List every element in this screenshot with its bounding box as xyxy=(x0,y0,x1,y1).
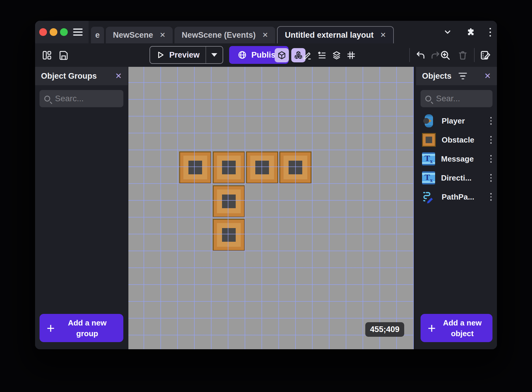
close-icon[interactable]: ✕ xyxy=(160,31,166,39)
pencil-edit-icon[interactable] xyxy=(303,50,312,60)
maximize-window-button[interactable] xyxy=(60,28,68,36)
add-object-label: Add a newobject xyxy=(436,317,492,339)
obstacle-tile-core xyxy=(289,161,302,174)
text-object-icon: Tx xyxy=(422,171,435,184)
objects-search[interactable] xyxy=(421,90,492,107)
objects-search-input[interactable] xyxy=(436,94,488,103)
object-row-obstacle[interactable]: Obstacle xyxy=(416,130,497,149)
trash-icon[interactable] xyxy=(458,50,468,60)
object-row-directions[interactable]: Tx Directi... xyxy=(416,168,497,187)
preview-button[interactable]: Preview xyxy=(149,46,223,64)
obstacle-tile-instance[interactable] xyxy=(213,219,245,251)
app-window: e NewScene ✕ NewScene (Events) ✕ Untitle… xyxy=(35,21,497,349)
grid-icon[interactable] xyxy=(346,50,356,60)
object-menu-kebab-icon[interactable] xyxy=(490,174,492,182)
object-groups-panel: Object Groups ✕ + Add a newgroup xyxy=(35,67,128,349)
close-icon[interactable]: ✕ xyxy=(484,72,491,80)
object-menu-kebab-icon[interactable] xyxy=(490,193,492,201)
close-icon[interactable]: ✕ xyxy=(380,31,386,39)
tab-partial[interactable]: e xyxy=(91,27,104,43)
toolbar-divider xyxy=(409,48,410,62)
obstacle-tile-instance[interactable] xyxy=(246,151,278,184)
dropdown-caret-icon xyxy=(211,53,217,57)
tab-newscene-events[interactable]: NewScene (Events) ✕ xyxy=(174,27,275,43)
obstacle-tile-core xyxy=(222,161,236,174)
hamburger-menu-icon[interactable] xyxy=(73,29,83,36)
preview-options-dropdown[interactable] xyxy=(206,47,223,63)
main-area: Object Groups ✕ + Add a newgroup 455;409 xyxy=(35,67,497,349)
canvas-tiles-layer xyxy=(128,67,414,349)
title-bar: e NewScene ✕ NewScene (Events) ✕ Untitle… xyxy=(35,21,497,43)
path-icon xyxy=(422,190,436,204)
tab-label: NewScene (Events) xyxy=(182,31,256,40)
chevron-down-icon[interactable] xyxy=(443,28,452,37)
instances-list-icon[interactable] xyxy=(317,50,327,60)
obstacle-tile-instance[interactable] xyxy=(179,151,211,184)
object-menu-kebab-icon[interactable] xyxy=(490,136,492,144)
preview-label: Preview xyxy=(169,50,199,60)
tab-bar: e NewScene ✕ NewScene (Events) ✕ Untitle… xyxy=(91,26,394,43)
player-icon xyxy=(422,114,436,128)
object-groups-title: Object Groups xyxy=(41,72,97,81)
redo-icon[interactable] xyxy=(430,50,440,60)
object-menu-kebab-icon[interactable] xyxy=(490,155,492,163)
objects-title: Objects xyxy=(422,72,451,81)
object-name: PathPa... xyxy=(442,192,474,202)
cursor-coordinates-badge: 455;409 xyxy=(365,322,404,337)
object-row-player[interactable]: Player xyxy=(416,111,497,130)
obstacle-icon xyxy=(422,133,436,147)
plus-icon: + xyxy=(428,321,436,335)
obstacle-tile-core xyxy=(188,161,202,174)
object-row-message[interactable]: Tx Message xyxy=(416,149,497,168)
tab-label: Untitled external layout xyxy=(285,31,374,40)
add-group-button[interactable]: + Add a newgroup xyxy=(40,314,123,342)
scene-canvas[interactable]: 455;409 xyxy=(128,67,414,349)
obstacle-tile-instance[interactable] xyxy=(213,151,245,184)
tab-label: e xyxy=(95,31,100,40)
add-group-label: Add a newgroup xyxy=(55,317,123,339)
obstacle-tile-core xyxy=(222,228,236,242)
extensions-puzzle-icon[interactable] xyxy=(466,28,475,37)
open-panels-icon[interactable] xyxy=(42,50,52,61)
toolbar: Preview Publish xyxy=(35,43,497,67)
zoom-in-icon[interactable] xyxy=(440,50,451,61)
preview-main[interactable]: Preview xyxy=(150,47,206,63)
window-controls-zone xyxy=(35,21,89,43)
globe-icon xyxy=(237,50,247,60)
play-icon xyxy=(156,50,165,59)
object-name: Directi... xyxy=(441,173,472,183)
plus-icon: + xyxy=(47,321,55,335)
minimize-window-button[interactable] xyxy=(50,28,57,36)
object-row-pathpaint[interactable]: PathPa... xyxy=(416,187,497,206)
titlebar-actions xyxy=(443,21,491,43)
filter-icon[interactable] xyxy=(459,73,467,80)
edit-object-mode-button[interactable] xyxy=(275,48,289,62)
object-groups-search-input[interactable] xyxy=(55,94,119,103)
obstacle-tile-instance[interactable] xyxy=(279,151,311,184)
object-menu-kebab-icon[interactable] xyxy=(490,117,492,125)
edit-scene-properties-icon[interactable] xyxy=(480,50,491,61)
add-object-button[interactable]: + Add a newobject xyxy=(421,314,492,342)
toolbar-divider xyxy=(474,48,475,62)
tab-label: NewScene xyxy=(113,31,153,40)
obstacle-tile-core xyxy=(222,195,236,208)
more-options-kebab-icon[interactable] xyxy=(489,28,491,37)
object-name: Message xyxy=(441,154,474,164)
search-icon xyxy=(425,96,431,102)
object-name: Player xyxy=(442,116,465,126)
object-name: Obstacle xyxy=(442,135,474,145)
save-icon[interactable] xyxy=(58,50,69,61)
obstacle-tile-instance[interactable] xyxy=(213,185,245,217)
close-icon[interactable]: ✕ xyxy=(115,72,122,80)
tab-untitled-external-layout[interactable]: Untitled external layout ✕ xyxy=(277,26,394,43)
object-groups-search[interactable] xyxy=(40,90,123,107)
undo-icon[interactable] xyxy=(415,50,426,60)
cubes-icon xyxy=(294,50,303,60)
objects-list: Player Obstacle Tx Message Tx Directi... xyxy=(416,111,497,206)
close-icon[interactable]: ✕ xyxy=(262,31,268,39)
layers-icon[interactable] xyxy=(332,50,341,60)
search-icon xyxy=(44,96,50,102)
objects-panel: Objects ✕ Player Obstacle xyxy=(416,67,497,349)
tab-newscene[interactable]: NewScene ✕ xyxy=(106,27,173,43)
close-window-button[interactable] xyxy=(39,28,47,36)
